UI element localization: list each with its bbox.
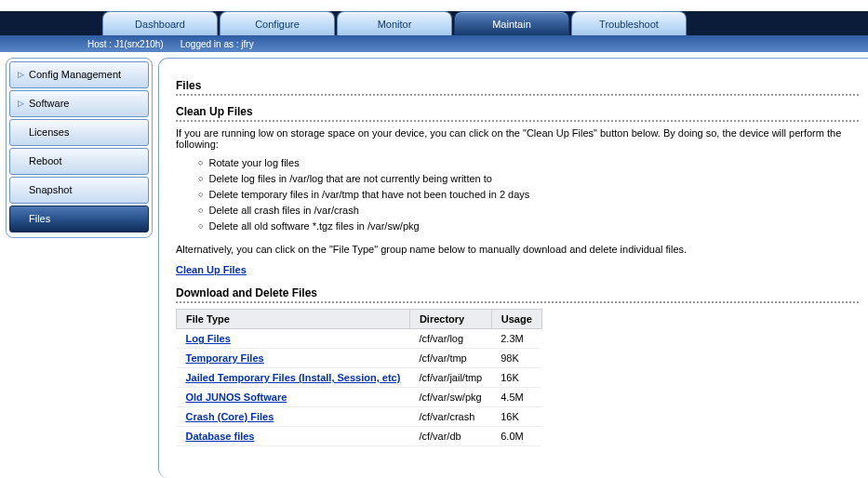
bullet-item: Delete log files in /var/log that are no… [198, 171, 859, 187]
sidebar-item-snapshot[interactable]: Snapshot [9, 177, 149, 204]
tab-troubleshoot[interactable]: Troubleshoot [571, 11, 687, 35]
file-type-link[interactable]: Log Files [186, 333, 231, 344]
bullet-item: Delete all crash files in /var/crash [198, 203, 859, 219]
tab-label: Maintain [492, 19, 531, 30]
tab-label: Troubleshoot [599, 19, 659, 30]
usage-cell: 4.5M [491, 388, 541, 407]
sidebar-item-files[interactable]: Files [9, 206, 149, 232]
section-title-download: Download and Delete Files [176, 286, 859, 303]
file-type-link[interactable]: Old JUNOS Software [186, 392, 287, 403]
sidebar-item-label: Config Management [29, 61, 121, 88]
sidebar-item-label: Reboot [29, 148, 61, 175]
top-tab-bar: Dashboard Configure Monitor Maintain Tro… [0, 0, 868, 35]
table-row: Temporary Files /cf/var/tmp 98K [177, 349, 542, 368]
directory-cell: /cf/var/sw/pkg [409, 388, 491, 407]
file-type-link[interactable]: Crash (Core) Files [186, 411, 274, 422]
bullet-item: Delete temporary files in /var/tmp that … [198, 187, 859, 203]
table-row: Log Files /cf/var/log 2.3M [177, 329, 542, 349]
sidebar-item-label: Licenses [29, 119, 69, 146]
file-type-link[interactable]: Database files [186, 431, 255, 442]
directory-cell: /cf/var/crash [409, 407, 491, 427]
usage-cell: 6.0M [491, 427, 541, 446]
cleanup-files-link[interactable]: Clean Up Files [176, 264, 247, 275]
usage-cell: 2.3M [491, 329, 541, 349]
directory-cell: /cf/var/tmp [409, 349, 491, 368]
cleanup-alt-text: Alternatively, you can click on the "Fil… [176, 244, 859, 255]
file-type-link[interactable]: Temporary Files [186, 352, 264, 364]
sidebar-item-reboot[interactable]: Reboot [9, 148, 149, 175]
sidebar: ▷ Config Management ▷ Software Licenses … [6, 58, 153, 238]
directory-cell: /cf/var/db [409, 427, 491, 446]
tab-label: Configure [255, 19, 300, 30]
usage-cell: 98K [491, 349, 541, 368]
section-title-cleanup: Clean Up Files [176, 105, 859, 122]
tab-monitor[interactable]: Monitor [337, 11, 452, 35]
sidebar-item-label: Snapshot [29, 177, 72, 204]
files-table: File Type Directory Usage Log Files /cf/… [176, 309, 542, 446]
chevron-right-icon: ▷ [18, 90, 25, 117]
table-row: Jailed Temporary Files (Install, Session… [177, 368, 542, 388]
tab-label: Monitor [378, 19, 412, 30]
tab-dashboard[interactable]: Dashboard [102, 11, 218, 35]
col-directory: Directory [409, 310, 491, 329]
cleanup-intro-text: If you are running low on storage space … [176, 127, 859, 150]
usage-cell: 16K [491, 368, 541, 388]
tab-label: Dashboard [135, 19, 185, 30]
file-type-link[interactable]: Jailed Temporary Files (Install, Session… [186, 372, 401, 383]
table-row: Database files /cf/var/db 6.0M [177, 427, 542, 446]
table-row: Crash (Core) Files /cf/var/crash 16K [177, 407, 542, 427]
host-label: Host : J1(srx210h) [87, 39, 164, 49]
bullet-item: Rotate your log files [198, 155, 859, 171]
content-area: Files Clean Up Files If you are running … [158, 58, 868, 478]
sidebar-item-config-management[interactable]: ▷ Config Management [9, 61, 149, 88]
table-row: Old JUNOS Software /cf/var/sw/pkg 4.5M [177, 388, 542, 407]
cleanup-bullets: Rotate your log files Delete log files i… [198, 155, 859, 234]
directory-cell: /cf/var/log [409, 329, 491, 349]
section-title-files: Files [176, 79, 859, 96]
directory-cell: /cf/var/jail/tmp [409, 368, 491, 388]
tab-maintain[interactable]: Maintain [454, 11, 569, 35]
col-usage: Usage [491, 310, 541, 329]
sidebar-item-software[interactable]: ▷ Software [9, 90, 149, 117]
sidebar-item-licenses[interactable]: Licenses [9, 119, 149, 146]
tab-configure[interactable]: Configure [220, 11, 335, 35]
bullet-item: Delete all old software *.tgz files in /… [198, 219, 859, 234]
sidebar-item-label: Files [29, 206, 50, 232]
usage-cell: 16K [491, 407, 541, 427]
chevron-right-icon: ▷ [18, 61, 25, 88]
sidebar-item-label: Software [29, 90, 69, 117]
status-bar: Host : J1(srx210h) Logged in as : jfry [0, 35, 868, 52]
loggedin-label: Logged in as : jfry [180, 39, 254, 49]
col-file-type: File Type [177, 310, 410, 329]
